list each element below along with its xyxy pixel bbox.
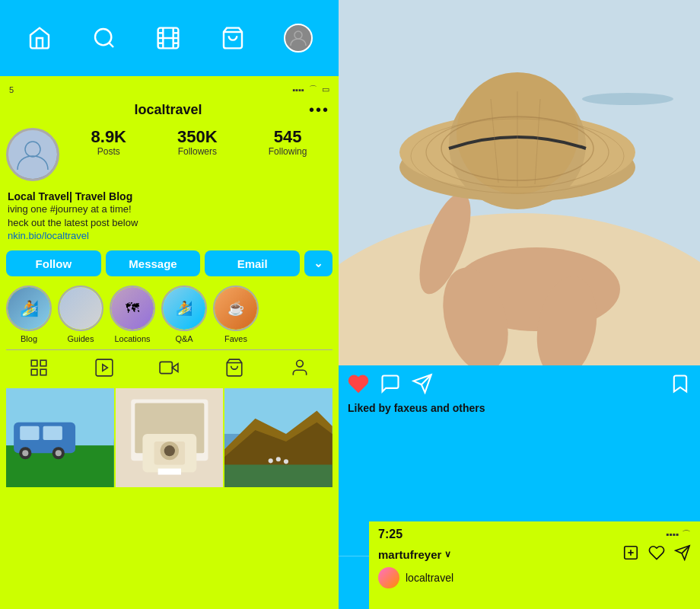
svg-rect-38 xyxy=(158,469,180,475)
highlight-qa[interactable]: 🏄 Q&A xyxy=(161,285,207,343)
signal-icon: ▪▪▪▪ xyxy=(292,85,304,94)
status-number: 5 xyxy=(9,85,14,94)
small-phone-panel: 7:25 ▪▪▪▪ ⌒ martufreyer ∨ localtravel xyxy=(369,521,700,609)
small-phone-status: ▪▪▪▪ ⌒ xyxy=(666,528,691,541)
highlight-faves-label: Faves xyxy=(224,334,247,343)
photo-grid xyxy=(6,388,332,609)
locations-highlight-circle: 🗺 xyxy=(111,287,154,330)
grid-tab[interactable] xyxy=(24,353,53,385)
localtravel-avatar xyxy=(378,567,399,588)
follow-button[interactable]: Follow xyxy=(6,250,101,276)
posts-label: Posts xyxy=(97,146,120,157)
small-phone-action-icons xyxy=(622,544,691,564)
small-phone-username: martufreyer ∨ xyxy=(378,548,451,561)
svg-rect-43 xyxy=(224,465,332,488)
svg-rect-17 xyxy=(96,360,113,377)
content-tabs xyxy=(6,349,332,388)
svg-point-48 xyxy=(582,93,673,105)
faves-highlight-circle: ☕ xyxy=(215,287,257,330)
highlights-row: 🏄 Blog Guides 🗺 Locations 🏄 Q&A xyxy=(6,282,332,349)
profile-avatar xyxy=(6,128,59,181)
small-phone-time: 7:25 xyxy=(378,528,402,541)
profile-nav-avatar[interactable] xyxy=(284,24,313,53)
post-action-icons xyxy=(348,373,433,397)
profile-header: localtravel ••• xyxy=(6,98,332,125)
message-button[interactable]: Message xyxy=(106,250,201,276)
svg-point-44 xyxy=(269,459,273,464)
svg-rect-25 xyxy=(20,426,39,440)
stats-row: 8.9K Posts 350K Followers 545 Following xyxy=(65,128,332,157)
svg-point-11 xyxy=(294,31,302,39)
svg-point-37 xyxy=(164,445,174,456)
svg-rect-15 xyxy=(31,370,37,376)
localtravel-row: localtravel xyxy=(378,567,691,588)
following-stat[interactable]: 545 Following xyxy=(269,128,307,157)
svg-point-46 xyxy=(284,460,288,464)
profile-stats: 8.9K Posts 350K Followers 545 Following xyxy=(6,125,332,187)
post-actions-row xyxy=(339,365,700,400)
highlight-qa-label: Q&A xyxy=(175,334,192,343)
highlight-blog-label: Blog xyxy=(21,334,37,343)
shop-tab[interactable] xyxy=(220,353,249,385)
profile-username: localtravel xyxy=(27,102,309,118)
beach-photo-panel xyxy=(339,0,700,365)
highlight-blog[interactable]: 🏄 Blog xyxy=(6,285,52,343)
tagged-tab[interactable] xyxy=(154,353,183,385)
svg-rect-19 xyxy=(161,362,173,374)
svg-rect-16 xyxy=(40,370,46,376)
svg-point-45 xyxy=(276,458,281,462)
highlight-faves[interactable]: ☕ Faves xyxy=(213,285,259,343)
more-options-button[interactable]: ••• xyxy=(309,101,329,119)
like-button[interactable] xyxy=(348,373,369,397)
expand-button[interactable]: ⌄ xyxy=(304,250,332,276)
like-small-button[interactable] xyxy=(648,544,665,564)
profile-bio: Local Travel| Travel Blog iving one #jou… xyxy=(6,187,332,247)
signal-status: ▪▪▪▪ xyxy=(666,529,679,540)
comment-button[interactable] xyxy=(380,373,401,397)
bio-link[interactable]: nkin.bio/localtravel xyxy=(8,230,331,241)
svg-rect-13 xyxy=(31,361,37,367)
share-button[interactable] xyxy=(412,373,433,397)
small-phone-header: 7:25 ▪▪▪▪ ⌒ xyxy=(378,528,691,541)
followers-count: 350K xyxy=(177,128,218,146)
bio-display-name: Local Travel| Travel Blog xyxy=(8,190,331,202)
posts-stat[interactable]: 8.9K Posts xyxy=(91,128,126,157)
posts-count: 8.9K xyxy=(91,128,126,146)
reels-nav-icon[interactable] xyxy=(154,24,182,52)
highlight-guides[interactable]: Guides xyxy=(58,285,103,343)
direct-small-button[interactable] xyxy=(674,544,691,564)
bio-line1: iving one #journey at a time! xyxy=(8,202,331,216)
home-nav-icon[interactable] xyxy=(26,24,53,52)
battery-status-icon: ▭ xyxy=(322,84,329,94)
blog-highlight-circle: 🏄 xyxy=(8,287,50,330)
search-nav-icon[interactable] xyxy=(91,24,118,52)
shop-nav-icon[interactable] xyxy=(219,24,247,52)
grid-photo-1[interactable] xyxy=(6,388,114,487)
svg-point-0 xyxy=(95,29,111,45)
highlight-locations[interactable]: 🗺 Locations xyxy=(110,285,155,343)
svg-rect-14 xyxy=(40,361,46,367)
grid-photo-3[interactable] xyxy=(224,388,332,487)
svg-point-12 xyxy=(25,142,40,157)
highlight-guides-label: Guides xyxy=(68,334,94,343)
wifi-status-icon: ⌒ xyxy=(309,84,317,95)
followers-label: Followers xyxy=(178,146,217,157)
grid-photo-2[interactable] xyxy=(116,388,224,487)
wifi-status: ⌒ xyxy=(682,528,691,541)
svg-marker-18 xyxy=(103,365,108,371)
highlight-locations-label: Locations xyxy=(114,334,150,343)
email-button[interactable]: Email xyxy=(205,250,300,276)
bio-line2: heck out the latest post below xyxy=(8,216,331,230)
add-post-button[interactable] xyxy=(622,544,639,564)
svg-point-28 xyxy=(22,451,28,457)
left-panel: 5 ▪▪▪▪ ⌒ ▭ localtravel ••• xyxy=(0,0,339,609)
followers-stat[interactable]: 350K Followers xyxy=(177,128,218,157)
bookmark-button[interactable] xyxy=(670,373,691,397)
profile-section: 5 ▪▪▪▪ ⌒ ▭ localtravel ••• xyxy=(0,76,339,609)
small-phone-user-row: martufreyer ∨ xyxy=(378,544,691,564)
reels-tab[interactable] xyxy=(90,353,119,385)
svg-rect-26 xyxy=(43,426,62,440)
person-tab[interactable] xyxy=(285,353,314,385)
svg-point-21 xyxy=(297,361,304,368)
qa-highlight-circle: 🏄 xyxy=(163,287,205,330)
